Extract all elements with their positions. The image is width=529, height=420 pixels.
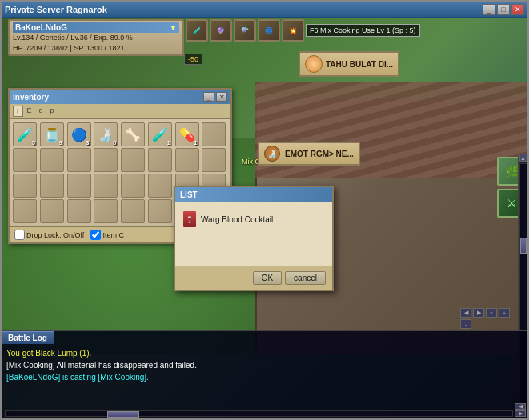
inv-cell-16[interactable] xyxy=(202,148,226,172)
skill-info-box: F6 Mix Cooking Use Lv 1 (Sp : 5) xyxy=(306,24,420,37)
list-item-name: Warg Blood Cocktail xyxy=(201,215,273,224)
inv-item-icon-5: 🦴 xyxy=(125,127,141,142)
inv-cell-7[interactable]: 💊 1 xyxy=(175,122,199,146)
battle-log-tab[interactable]: Battle Log xyxy=(2,331,54,344)
skill-icon-4[interactable]: 🌀 xyxy=(258,19,280,42)
list-item-icon: 🍷 xyxy=(183,211,196,227)
cancel-button[interactable]: cancel xyxy=(285,271,326,285)
char-panel: BaKoeLNdoG ▼ Lv.134 / Genetic / Lv.36 / … xyxy=(8,19,184,56)
restore-button[interactable]: □ xyxy=(497,4,510,15)
emot-text: EMOT RGM> NE... xyxy=(285,150,354,158)
inv-cell-17[interactable] xyxy=(13,174,37,198)
list-item-row[interactable]: 🍷 Warg Blood Cocktail xyxy=(182,208,326,230)
inv-cell-18[interactable] xyxy=(40,174,64,198)
inventory-controls: _ ✕ xyxy=(203,92,227,102)
ok-button[interactable]: OK xyxy=(253,271,282,285)
inv-cell-21[interactable] xyxy=(121,174,145,198)
list-title: LIST xyxy=(180,190,198,199)
ctrl-icon-1[interactable]: ◀ xyxy=(460,308,471,318)
list-title-bar: LIST xyxy=(175,187,332,202)
inv-cell-12[interactable] xyxy=(94,148,118,172)
inv-item-count-4: 6 xyxy=(113,140,116,146)
battle-log-scrollbar[interactable] xyxy=(5,410,513,417)
item-c-checkbox[interactable]: Item C xyxy=(90,230,124,240)
skill-icon-2[interactable]: 🔮 xyxy=(210,19,232,42)
inv-cell-4[interactable]: 🍶 6 xyxy=(94,122,118,146)
inv-cell-22[interactable] xyxy=(148,174,172,198)
inv-tab-q[interactable]: q xyxy=(36,106,46,117)
minimize-button[interactable]: _ xyxy=(483,4,495,15)
inventory-title: Inventory xyxy=(13,93,49,102)
inv-cell-13[interactable] xyxy=(121,148,145,172)
window-title: Private Server Ragnarok xyxy=(5,5,107,14)
inv-cell-25[interactable] xyxy=(13,199,37,223)
inv-cell-19[interactable] xyxy=(67,174,91,198)
battle-log: Battle Log You got Black Lump (1). [Mix … xyxy=(2,330,527,418)
ctrl-icon-3[interactable]: × xyxy=(486,308,497,318)
inv-item-count-3: 3 xyxy=(86,140,90,146)
inv-tab-p[interactable]: p xyxy=(47,106,58,117)
item-popup: TAHU BULAT DI... xyxy=(299,51,399,77)
inv-cell-29[interactable] xyxy=(121,199,145,223)
item-popup-name: TAHU BULAT DI... xyxy=(326,60,393,69)
battle-log-scroll-arrows: ◀ ▶ xyxy=(515,403,526,417)
inv-item-icon-4: 🍶 xyxy=(98,127,114,142)
ctrl-icon-5[interactable]: - xyxy=(460,319,471,329)
char-name-row: BaKoeLNdoG ▼ xyxy=(13,22,179,33)
inv-tab-item[interactable]: I xyxy=(13,106,23,117)
inv-item-icon-3: 🔵 xyxy=(71,127,87,142)
inv-cell-6[interactable]: 🧪 1 xyxy=(148,122,172,146)
skill-icon-3[interactable]: ⚗️ xyxy=(234,19,256,42)
inv-cell-3[interactable]: 🔵 3 xyxy=(67,122,91,146)
battle-log-scroll-thumb[interactable] xyxy=(107,411,139,418)
inventory-close[interactable]: ✕ xyxy=(216,92,227,102)
inv-cell-1[interactable]: 🧪 5 xyxy=(13,122,37,146)
item-c-input[interactable] xyxy=(90,230,101,240)
inv-cell-27[interactable] xyxy=(67,199,91,223)
inv-cell-8[interactable] xyxy=(202,122,226,146)
list-content: 🍷 Warg Blood Cocktail xyxy=(175,202,332,266)
drop-lock-checkbox[interactable]: Drop Lock: On/Off xyxy=(14,230,84,240)
title-bar: Private Server Ragnarok _ □ ✕ xyxy=(2,2,527,18)
inv-cell-14[interactable] xyxy=(148,148,172,172)
ctrl-icon-4[interactable]: + xyxy=(499,308,510,318)
drop-lock-label: Drop Lock: On/Off xyxy=(26,231,84,239)
inv-item-count-2: 9 xyxy=(59,140,62,146)
ctrl-icon-2[interactable]: ▶ xyxy=(473,308,484,318)
blog-scroll-right[interactable]: ▶ xyxy=(515,410,526,417)
skill-bar: 🧪 🔮 ⚗️ 🌀 💥 F6 Mix Cooking Use Lv 1 (Sp :… xyxy=(184,18,422,43)
battle-log-line-3: [BaKoeLNdoG] is casting [Mix Cooking]. xyxy=(6,371,523,383)
inv-item-icon-6: 🧪 xyxy=(152,127,168,142)
emot-icon: 🍶 xyxy=(264,146,280,162)
inv-item-icon-7: 💊 xyxy=(179,127,195,142)
scroll-up[interactable]: ▲ xyxy=(519,154,527,162)
inv-cell-20[interactable] xyxy=(94,174,118,198)
close-button[interactable]: ✕ xyxy=(511,4,524,15)
inv-cell-11[interactable] xyxy=(67,148,91,172)
emot-popup: 🍶 EMOT RGM> NE... xyxy=(258,142,360,166)
inv-item-count-7: 1 xyxy=(194,140,198,146)
battle-log-content: You got Black Lump (1). [Mix Cooking] Al… xyxy=(2,344,527,386)
skill-icon-5[interactable]: 💥 xyxy=(282,19,304,42)
char-level-info: Lv.134 / Genetic / Lv.36 / Exp. 89.0 % xyxy=(13,33,179,43)
inv-cell-10[interactable] xyxy=(40,148,64,172)
inv-tab-equip[interactable]: E xyxy=(24,106,35,117)
inventory-title-bar: Inventory _ ✕ xyxy=(10,90,230,104)
inv-cell-9[interactable] xyxy=(13,148,37,172)
blog-scroll-left[interactable]: ◀ xyxy=(515,403,526,410)
inv-cell-30[interactable] xyxy=(148,199,172,223)
inventory-minimize[interactable]: _ xyxy=(203,92,214,102)
battle-log-line-1: You got Black Lump (1). xyxy=(6,347,523,359)
inv-cell-15[interactable] xyxy=(175,148,199,172)
skill-icon-1[interactable]: 🧪 xyxy=(186,19,208,42)
inv-cell-28[interactable] xyxy=(94,199,118,223)
inv-cell-2[interactable]: 🫙 9 xyxy=(40,122,64,146)
scroll-thumb[interactable] xyxy=(520,238,527,254)
item-c-label: Item C xyxy=(102,231,124,239)
list-buttons: OK cancel xyxy=(175,266,332,290)
inv-item-count-1: 5 xyxy=(32,140,35,146)
inv-cell-26[interactable] xyxy=(40,199,64,223)
expand-arrow[interactable]: ▼ xyxy=(170,24,177,32)
inv-cell-5[interactable]: 🦴 xyxy=(121,122,145,146)
drop-lock-input[interactable] xyxy=(14,230,25,240)
